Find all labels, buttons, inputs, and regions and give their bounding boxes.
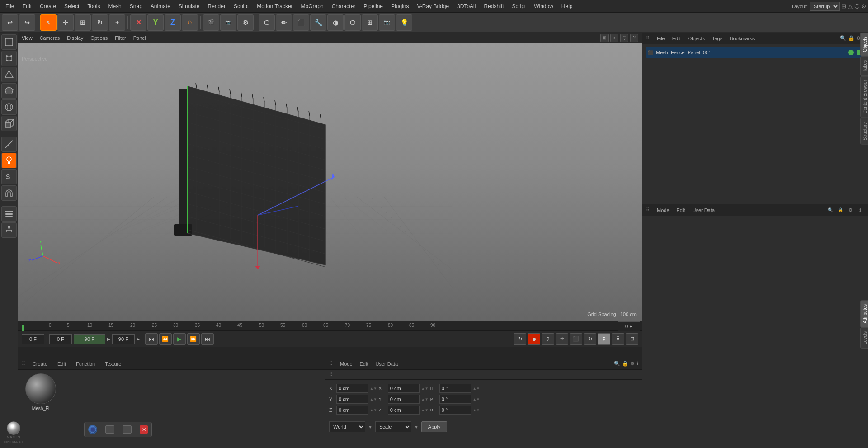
y-pos-arrow[interactable]: ▲▼ bbox=[370, 397, 377, 401]
vp-icon-1[interactable]: ⊞ bbox=[600, 34, 609, 42]
om-menu-file[interactable]: File bbox=[657, 36, 665, 41]
menu-edit[interactable]: Edit bbox=[19, 2, 35, 10]
layout-select[interactable]: Startup bbox=[810, 2, 840, 11]
keys-btn[interactable]: ⬛ bbox=[570, 333, 582, 345]
menu-create[interactable]: Create bbox=[36, 2, 60, 10]
anchor-btn[interactable] bbox=[1, 222, 17, 238]
menu-plugins[interactable]: Plugins bbox=[387, 2, 412, 10]
record-btn[interactable]: ⏺ bbox=[528, 333, 540, 345]
obj-visibility-dot[interactable] bbox=[848, 50, 854, 55]
right-tab-takes[interactable]: Takes bbox=[860, 56, 868, 76]
om-icon-search[interactable]: 🔍 bbox=[840, 35, 846, 41]
scale-tool[interactable]: ⊞ bbox=[75, 14, 91, 31]
right-tab-content[interactable]: Content Browser bbox=[860, 76, 868, 118]
x-pos-arrow[interactable]: ▲▼ bbox=[370, 387, 377, 391]
menu-tools[interactable]: Tools bbox=[84, 2, 104, 10]
right-tab-levels[interactable]: Levels bbox=[860, 327, 868, 349]
popup-restore[interactable]: □ bbox=[123, 425, 132, 434]
transform-tool[interactable]: + bbox=[109, 14, 125, 31]
film-btn[interactable]: 🎬 bbox=[203, 14, 219, 31]
attr-menu-mode[interactable]: Mode bbox=[340, 361, 353, 367]
vp-menu-cameras[interactable]: Cameras bbox=[40, 35, 60, 41]
menu-motion-tracker[interactable]: Motion Tracker bbox=[253, 2, 296, 10]
brush-tool-btn[interactable] bbox=[1, 153, 17, 168]
am-menu-mode[interactable]: Mode bbox=[657, 207, 670, 213]
b-input[interactable] bbox=[439, 406, 471, 415]
magnet-btn[interactable]: ⬡ bbox=[344, 14, 361, 31]
redo-button[interactable]: ↪ bbox=[19, 14, 35, 31]
object-item-mesh-fence[interactable]: ⬛ Mesh_Fence_Panel_001 bbox=[646, 47, 864, 58]
end-frame-arrow2[interactable]: ▶ bbox=[137, 337, 140, 341]
om-menu-edit[interactable]: Edit bbox=[672, 36, 681, 41]
z-size-input[interactable] bbox=[388, 406, 420, 415]
om-menu-tags[interactable]: Tags bbox=[712, 36, 722, 41]
attr-icon-search[interactable]: 🔍 bbox=[614, 361, 620, 367]
attr-icon-settings[interactable]: ⚙ bbox=[630, 361, 635, 367]
om-icon-lock[interactable]: 🔒 bbox=[848, 35, 854, 41]
am-menu-userdata[interactable]: User Data bbox=[693, 207, 715, 213]
popup-close-btn[interactable]: ✕ bbox=[140, 425, 148, 434]
step-forward[interactable]: ⏩ bbox=[187, 333, 200, 345]
vertex-mode-btn[interactable] bbox=[1, 51, 17, 66]
loop-btn[interactable]: ↻ bbox=[514, 333, 526, 345]
spline-btn[interactable]: S bbox=[1, 169, 17, 184]
loop-btn[interactable]: ◑ bbox=[327, 14, 344, 31]
apply-button[interactable]: Apply bbox=[421, 421, 448, 432]
am-icon-settings[interactable]: ⚙ bbox=[846, 206, 854, 214]
polygon-mode-btn[interactable] bbox=[1, 83, 17, 99]
attr-icon-lock[interactable]: 🔒 bbox=[622, 361, 628, 367]
model-mode-btn[interactable] bbox=[1, 34, 17, 50]
start-frame-input[interactable] bbox=[49, 334, 72, 344]
menu-snap[interactable]: Snap bbox=[126, 2, 146, 10]
layer-btn[interactable] bbox=[1, 206, 17, 222]
light-btn[interactable]: 💡 bbox=[396, 14, 412, 31]
material-ball[interactable] bbox=[25, 373, 56, 404]
h-input[interactable] bbox=[439, 384, 471, 393]
y-pos-input[interactable] bbox=[336, 395, 368, 404]
viewport-canvas[interactable]: X Y Z Perspective Grid Spacing : 100 cm bbox=[18, 43, 642, 321]
mat-tab-create[interactable]: Create bbox=[28, 360, 52, 368]
settings-btn[interactable]: ⚙ bbox=[237, 14, 254, 31]
menu-icon-2[interactable]: △ bbox=[848, 3, 853, 9]
grid-pb-btn[interactable]: ⊞ bbox=[626, 333, 638, 345]
help-btn[interactable]: ? bbox=[542, 333, 554, 345]
menu-script[interactable]: Script bbox=[508, 2, 529, 10]
popup-minimize[interactable]: _ bbox=[105, 425, 114, 434]
p-btn[interactable]: P bbox=[598, 333, 610, 345]
x-pos-input[interactable] bbox=[336, 384, 368, 393]
object-axis-btn[interactable]: ○ bbox=[182, 14, 198, 31]
menu-window[interactable]: Window bbox=[530, 2, 557, 10]
h-arrow[interactable]: ▲▼ bbox=[473, 387, 480, 391]
vp-menu-panel[interactable]: Panel bbox=[133, 35, 146, 41]
timeline-keyframes[interactable] bbox=[18, 347, 642, 358]
z-size-arrow[interactable]: ▲▼ bbox=[421, 408, 429, 412]
magnet-tool-btn[interactable] bbox=[1, 185, 17, 201]
om-menu-bookmarks[interactable]: Bookmarks bbox=[730, 36, 755, 41]
end-frame-arrow[interactable]: ▶ bbox=[107, 337, 110, 341]
y-size-input[interactable] bbox=[388, 395, 420, 404]
p-arrow[interactable]: ▲▼ bbox=[473, 397, 480, 401]
knife-btn[interactable]: 🔧 bbox=[310, 14, 326, 31]
am-menu-edit[interactable]: Edit bbox=[677, 207, 685, 213]
right-tab-objects[interactable]: Objects bbox=[860, 33, 868, 56]
edge-mode-btn[interactable] bbox=[1, 67, 17, 82]
vp-menu-options[interactable]: Options bbox=[90, 35, 108, 41]
rotate-tool[interactable]: ↻ bbox=[92, 14, 108, 31]
z-pos-arrow[interactable]: ▲▼ bbox=[370, 408, 377, 412]
am-icon-info[interactable]: ℹ bbox=[856, 206, 864, 214]
coord-system-select[interactable]: World bbox=[329, 421, 365, 432]
select-tool[interactable]: ↖ bbox=[40, 14, 57, 31]
menu-help[interactable]: Help bbox=[558, 2, 576, 10]
y-size-arrow[interactable]: ▲▼ bbox=[421, 397, 429, 401]
skip-to-start[interactable]: ⏮ bbox=[145, 333, 158, 345]
menu-pipeline[interactable]: Pipeline bbox=[360, 2, 387, 10]
grid-btn[interactable]: ⊞ bbox=[362, 14, 378, 31]
vp-icon-3[interactable]: ⬡ bbox=[620, 34, 628, 42]
end-frame-input[interactable] bbox=[112, 334, 135, 344]
uv-mode-btn[interactable] bbox=[1, 99, 17, 115]
y-axis-btn[interactable]: Y bbox=[147, 14, 164, 31]
transform-arrow[interactable]: ▼ bbox=[368, 424, 373, 429]
menu-character[interactable]: Character bbox=[328, 2, 359, 10]
am-icon-lock[interactable]: 🔒 bbox=[836, 206, 844, 214]
paint-btn[interactable]: ✏ bbox=[276, 14, 292, 31]
